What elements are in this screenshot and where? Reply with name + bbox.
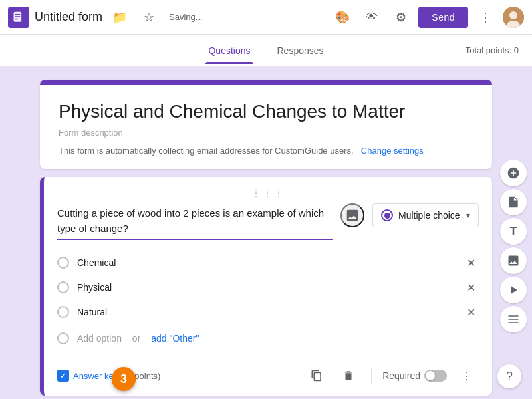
add-option-radio: [57, 332, 69, 344]
check-icon: ✓: [57, 370, 69, 382]
option-row: Natural ✕: [57, 300, 479, 325]
radio-type-icon: [381, 209, 393, 221]
more-vert-icon[interactable]: ⋮: [473, 5, 497, 29]
add-title-button[interactable]: T: [500, 218, 527, 245]
palette-icon[interactable]: 🎨: [331, 5, 354, 29]
tab-responses[interactable]: Responses: [275, 37, 327, 64]
video-icon: [507, 283, 520, 297]
radio-circle: [57, 281, 69, 293]
drag-handle: ⋮⋮⋮: [57, 188, 479, 198]
duplicate-button[interactable]: [305, 364, 329, 388]
text-format-icon: T: [510, 225, 517, 239]
step-badge: 3: [112, 367, 136, 391]
question-top-row: Cutting a piece of wood into 2 pieces is…: [57, 203, 479, 240]
image-insert-icon: [345, 208, 360, 223]
add-option-label[interactable]: Add option: [77, 333, 122, 344]
copy-doc-icon: [507, 196, 520, 209]
radio-circle: [57, 306, 69, 318]
tabs-center: Questions Responses: [205, 37, 326, 64]
notice-text: This form is automatically collecting em…: [59, 146, 354, 156]
svg-rect-3: [15, 18, 18, 19]
svg-rect-2: [15, 16, 20, 17]
right-toolbar: T: [500, 160, 527, 332]
form-main-title: Physical and Chemical Changes to Matter: [59, 101, 473, 122]
app-logo: [8, 7, 29, 28]
dropdown-arrow: ▾: [466, 211, 470, 220]
add-circle-icon: [507, 166, 520, 180]
import-questions-button[interactable]: [500, 189, 527, 215]
svg-point-5: [509, 11, 517, 19]
star-icon[interactable]: ☆: [137, 5, 161, 29]
saving-status: Saving...: [169, 12, 203, 22]
add-video-button[interactable]: [500, 277, 527, 303]
forms-logo-icon: [12, 11, 25, 24]
header-right-actions: 🎨 👁 ⚙ Send ⋮: [331, 5, 524, 29]
trash-icon: [342, 370, 354, 382]
form-notice: This form is automatically collecting em…: [59, 146, 473, 156]
required-toggle[interactable]: Required: [382, 370, 447, 382]
remove-option-0-button[interactable]: ✕: [463, 255, 479, 271]
or-text: or: [130, 333, 143, 344]
send-button[interactable]: Send: [418, 7, 468, 28]
add-question-button[interactable]: [500, 160, 527, 186]
svg-rect-1: [15, 14, 20, 15]
add-other-link[interactable]: add "Other": [151, 333, 199, 344]
radio-circle: [57, 257, 69, 269]
section-icon: [507, 313, 520, 326]
option-text[interactable]: Physical: [77, 282, 455, 293]
add-option-row: Add option or add "Other": [57, 327, 479, 350]
app-header: Untitled form 📁 ☆ Saving... 🎨 👁 ⚙ Send ⋮: [0, 0, 532, 35]
form-title-card: Physical and Chemical Changes to Matter …: [40, 80, 492, 169]
add-image-button[interactable]: [500, 247, 527, 274]
required-label: Required: [382, 370, 420, 381]
question-type-label: Multiple choice: [398, 210, 460, 221]
options-list: Chemical ✕ Physical ✕ Natural ✕ Add opti…: [57, 251, 479, 350]
remove-option-1-button[interactable]: ✕: [463, 279, 479, 295]
option-text[interactable]: Natural: [77, 307, 455, 317]
add-section-button[interactable]: [500, 306, 527, 332]
image-toolbar-icon: [507, 254, 520, 267]
option-row: Chemical ✕: [57, 251, 479, 275]
form-description[interactable]: Form description: [59, 128, 473, 138]
option-row: Physical ✕: [57, 275, 479, 300]
copy-icon: [311, 370, 323, 382]
toggle-track[interactable]: [424, 370, 447, 382]
toggle-thumb: [426, 371, 435, 380]
question-input[interactable]: Cutting a piece of wood into 2 pieces is…: [57, 203, 332, 240]
question-more-button[interactable]: ⋮: [455, 364, 479, 388]
preview-icon[interactable]: 👁: [360, 5, 384, 29]
tab-questions[interactable]: Questions: [205, 37, 253, 64]
question-type-selector[interactable]: Multiple choice ▾: [372, 203, 479, 227]
folder-icon[interactable]: 📁: [108, 5, 132, 29]
avatar[interactable]: [503, 7, 524, 28]
main-content: Physical and Chemical Changes to Matter …: [0, 66, 532, 399]
form-title-header: Untitled form: [35, 10, 102, 24]
total-points: Total points: 0: [466, 45, 519, 55]
help-button[interactable]: ?: [497, 364, 521, 388]
question-card: ⋮⋮⋮ Cutting a piece of wood into 2 piece…: [40, 177, 492, 396]
delete-button[interactable]: [336, 364, 360, 388]
tabs-bar: Questions Responses Total points: 0: [0, 35, 532, 66]
change-settings-link[interactable]: Change settings: [361, 146, 424, 156]
option-text[interactable]: Chemical: [77, 257, 455, 268]
remove-option-2-button[interactable]: ✕: [463, 304, 479, 320]
question-text-area: Cutting a piece of wood into 2 pieces is…: [57, 203, 332, 240]
insert-image-button[interactable]: [340, 203, 364, 227]
answer-key-button[interactable]: ✓ Answer key (0 points): [57, 370, 160, 382]
settings-icon[interactable]: ⚙: [389, 5, 413, 29]
